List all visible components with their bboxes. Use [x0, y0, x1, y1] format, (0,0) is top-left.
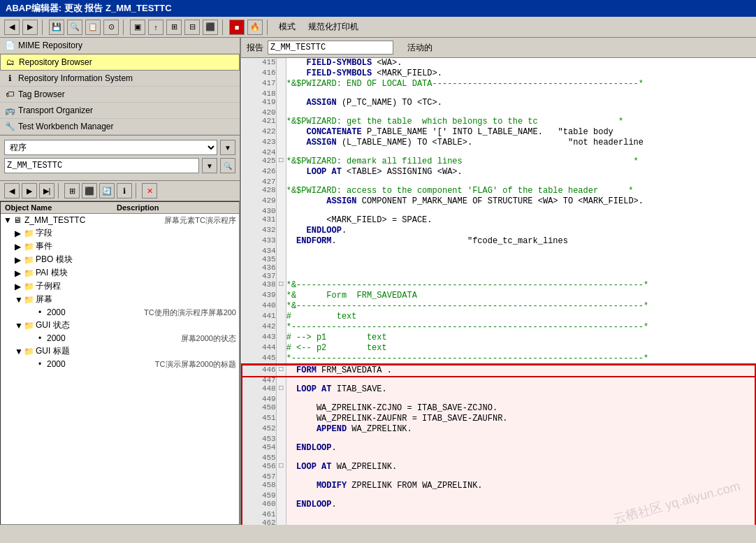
- nav-item-transport[interactable]: 🚌 Transport Organizer: [0, 103, 240, 119]
- line-expand[interactable]: [276, 333, 286, 343]
- line-expand[interactable]: □: [276, 384, 286, 395]
- line-expand[interactable]: □: [276, 365, 286, 376]
- line-expand[interactable]: [276, 167, 286, 178]
- code-text[interactable]: ENDFORM. "fcode_tc_mark_lines: [286, 236, 755, 247]
- code-text[interactable]: MODIFY ZPRELINK FROM WA_ZPRELINK.: [286, 481, 755, 491]
- tree-back-btn[interactable]: ◀: [4, 183, 20, 198]
- line-expand[interactable]: [276, 414, 286, 424]
- tree-item[interactable]: ▶ 📁 PAI 模块: [1, 266, 239, 280]
- dropdown-arrow-btn[interactable]: ▼: [220, 140, 235, 155]
- line-expand[interactable]: [276, 272, 286, 280]
- tree-toggle[interactable]: ▼: [15, 295, 23, 305]
- code-text[interactable]: [286, 519, 755, 525]
- code-text[interactable]: FIELD-SYMBOLS <WA>.: [286, 58, 755, 68]
- line-expand[interactable]: [276, 519, 286, 525]
- line-expand[interactable]: [276, 354, 286, 365]
- line-expand[interactable]: [276, 98, 286, 108]
- tree-forward2-btn[interactable]: ▶|: [39, 183, 54, 198]
- code-text[interactable]: *& Form FRM_SAVEDATA: [286, 291, 755, 301]
- line-expand[interactable]: □: [276, 280, 286, 291]
- line-expand[interactable]: [276, 255, 286, 263]
- code-text[interactable]: *---------------------------------------…: [286, 322, 755, 333]
- line-expand[interactable]: □: [276, 462, 286, 472]
- tree-toggle[interactable]: ▶: [15, 282, 23, 291]
- code-text[interactable]: [286, 491, 755, 500]
- code-text[interactable]: CONCATENATE P_TABLE_NAME '[' INTO L_TABL…: [286, 127, 755, 138]
- nav-item-tag[interactable]: 🏷 Tag Browser: [0, 87, 240, 103]
- tree-item[interactable]: ▶ 📁 子例程: [1, 280, 239, 293]
- forward-button[interactable]: ▶: [22, 20, 38, 35]
- tree-toggle[interactable]: ▶: [15, 242, 23, 252]
- tree-area[interactable]: Object Name Description ▼ 🖥 Z_MM_TESTTC …: [0, 201, 240, 525]
- line-expand[interactable]: [276, 263, 286, 272]
- print-button[interactable]: 规范化打印机: [303, 19, 363, 35]
- line-expand[interactable]: [276, 236, 286, 247]
- tree-item[interactable]: • 2000 TC演示屏幕2000的标题: [1, 358, 239, 370]
- line-expand[interactable]: □: [276, 157, 286, 167]
- toolbar-btn-6[interactable]: ↑: [148, 20, 163, 35]
- code-text[interactable]: [286, 89, 755, 98]
- program-type-dropdown[interactable]: 程序: [4, 140, 217, 155]
- line-expand[interactable]: [276, 68, 286, 79]
- program-name-input[interactable]: [4, 158, 199, 173]
- line-expand[interactable]: [276, 435, 286, 443]
- tree-item[interactable]: ▼ 🖥 Z_MM_TESTTC 屏幕元素TC演示程序: [1, 214, 239, 226]
- tree-delete-btn[interactable]: ✕: [142, 183, 157, 198]
- tree-refresh-btn[interactable]: 🔄: [99, 183, 115, 198]
- tree-item[interactable]: ▶ 📁 PBO 模块: [1, 253, 239, 266]
- toolbar-btn-7[interactable]: ⊞: [166, 20, 182, 35]
- code-area[interactable]: 415 FIELD-SYMBOLS <WA>. 416 FIELD-SYMBOL…: [241, 58, 756, 525]
- line-expand[interactable]: [276, 312, 286, 322]
- line-expand[interactable]: [276, 481, 286, 491]
- code-text[interactable]: <MARK_FIELD> = SPACE.: [286, 215, 755, 226]
- line-expand[interactable]: [276, 207, 286, 215]
- tree-item[interactable]: ▼ 📁 屏幕: [1, 293, 239, 306]
- code-text[interactable]: [286, 207, 755, 215]
- code-text[interactable]: FIELD-SYMBOLS <MARK_FIELD>.: [286, 68, 755, 79]
- line-expand[interactable]: [276, 127, 286, 138]
- nav-item-test[interactable]: 🔧 Test Workbench Manager: [0, 119, 240, 135]
- line-expand[interactable]: [276, 226, 286, 236]
- line-expand[interactable]: [276, 454, 286, 462]
- line-expand[interactable]: [276, 58, 286, 68]
- code-text[interactable]: [286, 247, 755, 255]
- tree-toggle[interactable]: ▶: [15, 255, 23, 265]
- code-text[interactable]: ASSIGN (P_TC_NAME) TO <TC>.: [286, 98, 755, 108]
- code-text[interactable]: ENDLOOP.: [286, 500, 755, 510]
- line-expand[interactable]: [276, 148, 286, 157]
- line-expand[interactable]: [276, 196, 286, 207]
- line-expand[interactable]: [276, 343, 286, 354]
- line-expand[interactable]: [276, 510, 286, 519]
- program-dropdown-btn[interactable]: ▼: [202, 158, 217, 173]
- line-expand[interactable]: [276, 178, 286, 186]
- tree-item[interactable]: ▶ 📁 字段: [1, 226, 239, 240]
- line-expand[interactable]: [276, 186, 286, 196]
- code-text[interactable]: WA_ZPRELINK-ZAUFNR = ITAB_SAVE-ZAUFNR.: [286, 414, 755, 424]
- code-text[interactable]: WA_ZPRELINK-ZCJNO = ITAB_SAVE-ZCJNO.: [286, 403, 755, 414]
- line-expand[interactable]: [276, 376, 286, 384]
- line-expand[interactable]: [276, 291, 286, 301]
- tree-toggle[interactable]: ▼: [15, 321, 23, 331]
- tree-item[interactable]: ▼ 📁 GUI 标题: [1, 345, 239, 358]
- code-text[interactable]: [286, 435, 755, 443]
- code-text[interactable]: [286, 255, 755, 263]
- code-text[interactable]: # text: [286, 312, 755, 322]
- nav-item-mime[interactable]: 📄 MIME Repository: [0, 38, 240, 54]
- line-expand[interactable]: [276, 138, 286, 148]
- line-expand[interactable]: [276, 79, 286, 89]
- code-text[interactable]: *---------------------------------------…: [286, 354, 755, 365]
- tree-collapse-btn[interactable]: ⬛: [82, 183, 97, 198]
- line-expand[interactable]: [276, 89, 286, 98]
- code-text[interactable]: *&$PWIZARD: END OF LOCAL DATA-----------…: [286, 79, 755, 89]
- code-text[interactable]: *&$PWIZARD: demark all filled lines *: [286, 157, 755, 167]
- code-text[interactable]: *&--------------------------------------…: [286, 280, 755, 291]
- code-text[interactable]: [286, 148, 755, 157]
- code-text[interactable]: ASSIGN (L_TABLE_NAME) TO <TABLE>. "not h…: [286, 138, 755, 148]
- code-text[interactable]: # --> p1 text: [286, 333, 755, 343]
- code-text[interactable]: [286, 263, 755, 272]
- line-expand[interactable]: [276, 424, 286, 435]
- line-expand[interactable]: [276, 108, 286, 117]
- line-expand[interactable]: [276, 500, 286, 510]
- code-text[interactable]: # <-- p2 text: [286, 343, 755, 354]
- report-name-input[interactable]: [268, 41, 393, 55]
